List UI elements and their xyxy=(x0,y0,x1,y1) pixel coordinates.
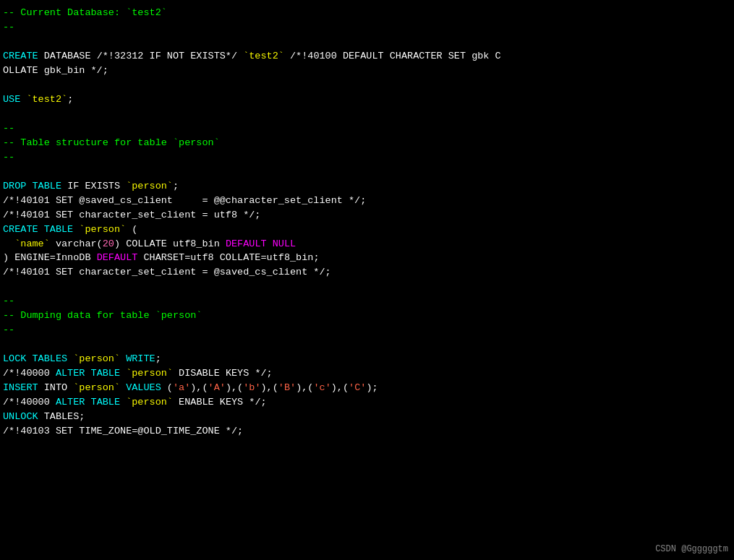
tbl-person-2: `person` xyxy=(79,224,126,235)
sp20 xyxy=(120,382,126,393)
kw-create-1: CREATE xyxy=(3,51,38,61)
sp22 xyxy=(85,397,90,408)
comment-6: -- xyxy=(3,296,14,306)
comma-3: ),( xyxy=(261,382,278,393)
comment-start-2: /*!40000 xyxy=(3,397,56,408)
line-27: INSERT INTO `person` VALUES ('a'),('A'),… xyxy=(3,381,731,395)
val-B: 'B' xyxy=(278,382,296,393)
comment-4: -- Table structure for table `person` xyxy=(3,137,220,148)
sp25: TABLES; xyxy=(38,411,85,422)
sp15 xyxy=(120,353,126,364)
line-3 xyxy=(3,35,731,49)
comment-inline-3: /*!40101 SET @saved_cs_client = @@charac… xyxy=(3,195,366,206)
kw-default-2: DEFAULT xyxy=(97,252,138,263)
kw-tables: TABLES xyxy=(33,353,68,364)
tbl-person-1: `person` xyxy=(126,181,173,191)
line-22: -- Dumping data for table `person` xyxy=(3,309,731,323)
semi-2: ; xyxy=(173,181,179,191)
line-13: DROP TABLE IF EXISTS `person`; xyxy=(3,179,731,194)
kw-table-1: TABLE xyxy=(33,181,62,191)
kw-table-3: TABLE xyxy=(91,368,121,379)
sp4 xyxy=(26,181,32,191)
sp13 xyxy=(26,353,32,364)
kw-default: DEFAULT xyxy=(226,238,267,249)
comment-5: -- xyxy=(3,152,14,163)
line-2: -- xyxy=(3,20,731,35)
val-a: 'a' xyxy=(173,382,190,393)
sp23 xyxy=(120,397,126,408)
line-21: -- xyxy=(3,294,731,309)
line-1: -- Current Database: `test2` xyxy=(3,6,731,20)
kw-table-2: TABLE xyxy=(44,224,74,235)
line-7: USE `test2`; xyxy=(3,92,731,107)
kw-values: VALUES xyxy=(126,382,161,393)
tbl-person-3: `person` xyxy=(73,353,120,364)
sp19: INTO xyxy=(38,382,74,393)
sp10: ) COLLATE utf8_bin xyxy=(114,238,226,249)
sp2 xyxy=(237,51,243,61)
comment-inline-2: /*!40100 DEFAULT CHARACTER SET gbk C xyxy=(290,51,501,61)
kw-insert: INSERT xyxy=(3,382,38,393)
comment-start-1: /*!40000 xyxy=(3,368,56,379)
sp6 xyxy=(38,224,44,235)
col-name: `name` xyxy=(14,238,50,249)
kw-unlock: UNLOCK xyxy=(3,411,38,422)
comma-5: ),( xyxy=(331,382,349,393)
line-12 xyxy=(3,165,731,179)
watermark: CSDN @Ggggggtm xyxy=(655,543,728,556)
line-23: -- xyxy=(3,323,731,337)
line-5: OLLATE gbk_bin */; xyxy=(3,64,731,78)
sp16 xyxy=(85,368,90,379)
line-19: /*!40101 SET character_set_client = @sav… xyxy=(3,265,731,280)
comment-7: -- Dumping data for table `person` xyxy=(3,310,202,321)
line-9: -- xyxy=(3,121,731,136)
line-10: -- Table structure for table `person` xyxy=(3,136,731,150)
sp17 xyxy=(120,368,126,379)
sp21: ( xyxy=(161,382,173,393)
tbl-person-4: `person` xyxy=(126,368,173,379)
comma-1: ),( xyxy=(190,382,208,393)
sp18: DISABLE KEYS */; xyxy=(173,368,273,379)
val-b: 'b' xyxy=(243,382,260,393)
semi-3: ; xyxy=(155,353,161,364)
line-30: /*!40103 SET TIME_ZONE=@OLD_TIME_ZONE */… xyxy=(3,424,731,439)
line-15: /*!40101 SET character_set_client = utf8… xyxy=(3,208,731,223)
sp5: IF EXISTS xyxy=(61,181,126,191)
sp8 xyxy=(3,238,14,249)
sp24: ENABLE KEYS */; xyxy=(173,397,267,408)
code-container: -- Current Database: `test2` -- CREATE D… xyxy=(0,0,734,560)
kw-drop: DROP xyxy=(3,181,26,191)
tbl-person-5: `person` xyxy=(73,382,120,393)
paren-2: ) ENGINE=InnoDB xyxy=(3,252,97,263)
line-6 xyxy=(3,78,731,92)
comment-inline-1: /*!32312 IF NOT EXISTS*/ xyxy=(97,51,237,61)
val-C: 'C' xyxy=(349,382,366,393)
comma-2: ),( xyxy=(226,382,243,393)
semicolon-1: ; xyxy=(67,94,73,105)
kw-alter-2: ALTER xyxy=(56,397,85,408)
kw-lock: LOCK xyxy=(3,353,26,364)
line-20 xyxy=(3,280,731,294)
line-17: `name` varchar(20) COLLATE utf8_bin DEFA… xyxy=(3,237,731,251)
sp1: DATABASE xyxy=(38,51,97,61)
use-db-name: `test2` xyxy=(26,94,67,105)
kw-use: USE xyxy=(3,94,20,105)
comment-8: -- xyxy=(3,324,14,335)
sp3 xyxy=(284,51,290,61)
kw-write: WRITE xyxy=(126,353,155,364)
line-29: UNLOCK TABLES; xyxy=(3,410,731,424)
line-14: /*!40101 SET @saved_cs_client = @@charac… xyxy=(3,194,731,208)
ollate: OLLATE gbk_bin */; xyxy=(3,65,108,76)
comment-3: -- xyxy=(3,123,14,134)
comment-inline-4: /*!40101 SET character_set_client = utf8… xyxy=(3,210,260,220)
line-26: /*!40000 ALTER TABLE `person` DISABLE KE… xyxy=(3,366,731,381)
comment-inline-5: /*!40101 SET character_set_client = @sav… xyxy=(3,267,331,277)
kw-create-2: CREATE xyxy=(3,224,38,235)
line-11: -- xyxy=(3,150,731,165)
sp11 xyxy=(267,238,273,249)
kw-table-4: TABLE xyxy=(91,397,121,408)
num-20: 20 xyxy=(103,238,114,249)
comment-1: -- Current Database: `test2` xyxy=(3,7,167,18)
comma-4: ),( xyxy=(296,382,313,393)
db-name: `test2` xyxy=(243,51,284,61)
